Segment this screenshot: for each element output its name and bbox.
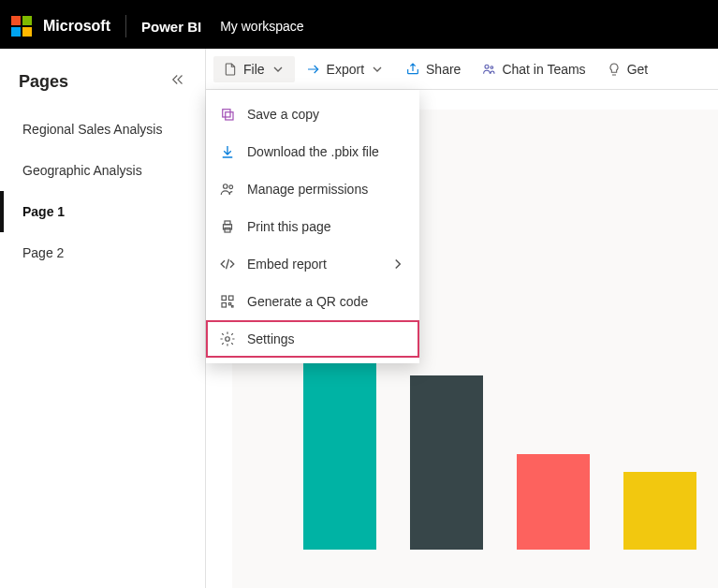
svg-point-1 (491, 66, 493, 68)
embed-report-item[interactable]: Embed report (206, 245, 419, 283)
save-copy-icon (219, 106, 236, 123)
teams-icon (481, 62, 496, 77)
print-page-item[interactable]: Print this page (206, 208, 419, 245)
file-menu-button[interactable]: File (213, 56, 295, 82)
export-label: Export (327, 62, 364, 77)
embed-label: Embed report (247, 257, 327, 272)
pages-sidebar: Pages Regional Sales AnalysisGeographic … (0, 49, 206, 588)
chevron-down-icon (370, 62, 385, 77)
svg-point-4 (224, 184, 228, 189)
file-icon (223, 62, 238, 77)
svg-rect-12 (229, 303, 231, 305)
svg-rect-2 (223, 110, 230, 117)
people-icon (219, 181, 236, 198)
svg-rect-13 (232, 306, 234, 308)
chevron-left-double-icon[interactable] (169, 71, 186, 92)
save-copy-label: Save a copy (247, 107, 319, 122)
permissions-label: Manage permissions (247, 182, 368, 197)
chat-label: Chat in Teams (502, 62, 585, 77)
chart-bar[interactable] (623, 472, 696, 550)
svg-point-0 (485, 65, 489, 68)
download-pbix-item[interactable]: Download the .pbix file (206, 133, 419, 170)
chat-teams-button[interactable]: Chat in Teams (472, 56, 594, 82)
qr-label: Generate a QR code (247, 294, 368, 309)
save-copy-item[interactable]: Save a copy (206, 96, 419, 133)
svg-rect-7 (225, 221, 230, 225)
chevron-down-icon (271, 62, 286, 77)
export-menu-button[interactable]: Export (297, 56, 394, 82)
chevron-right-icon (389, 256, 406, 272)
svg-rect-3 (226, 112, 233, 120)
share-icon (405, 62, 420, 77)
print-icon (219, 218, 236, 235)
chart-bar[interactable] (410, 375, 483, 550)
get-insights-button[interactable]: Get (597, 56, 658, 82)
svg-rect-8 (225, 228, 230, 233)
page-item[interactable]: Regional Sales Analysis (0, 109, 205, 150)
product-name[interactable]: Power BI (141, 19, 201, 35)
print-label: Print this page (247, 219, 331, 234)
download-icon (219, 143, 236, 160)
page-item[interactable]: Page 2 (0, 232, 205, 273)
workspace-name[interactable]: My workspace (220, 19, 303, 34)
code-icon (219, 256, 236, 272)
file-dropdown: Save a copy Download the .pbix file Mana… (206, 90, 419, 363)
main-content: File Export Share (206, 49, 718, 588)
settings-item[interactable]: Settings (206, 320, 419, 358)
svg-point-14 (226, 337, 230, 342)
command-bar: File Export Share (206, 49, 718, 90)
chart-bar[interactable] (517, 454, 590, 550)
export-icon (306, 62, 321, 77)
svg-point-5 (229, 185, 233, 189)
page-item[interactable]: Page 1 (0, 191, 205, 232)
file-label: File (243, 62, 265, 77)
generate-qr-item[interactable]: Generate a QR code (206, 283, 419, 320)
download-label: Download the .pbix file (247, 144, 379, 159)
manage-permissions-item[interactable]: Manage permissions (206, 170, 419, 208)
svg-rect-10 (229, 296, 234, 301)
divider (125, 15, 126, 37)
top-nav: Microsoft Power BI My workspace (0, 4, 718, 49)
svg-rect-9 (222, 296, 227, 301)
settings-label: Settings (247, 331, 295, 346)
lightbulb-icon (607, 62, 622, 77)
microsoft-label: Microsoft (43, 18, 110, 35)
page-item[interactable]: Geographic Analysis (0, 150, 205, 191)
share-label: Share (426, 62, 461, 77)
get-label: Get (627, 62, 649, 77)
pages-title: Pages (19, 72, 68, 92)
gear-icon (219, 331, 236, 347)
microsoft-logo-icon (11, 16, 32, 37)
share-button[interactable]: Share (396, 56, 470, 82)
svg-rect-11 (222, 303, 227, 308)
qr-icon (219, 293, 236, 310)
